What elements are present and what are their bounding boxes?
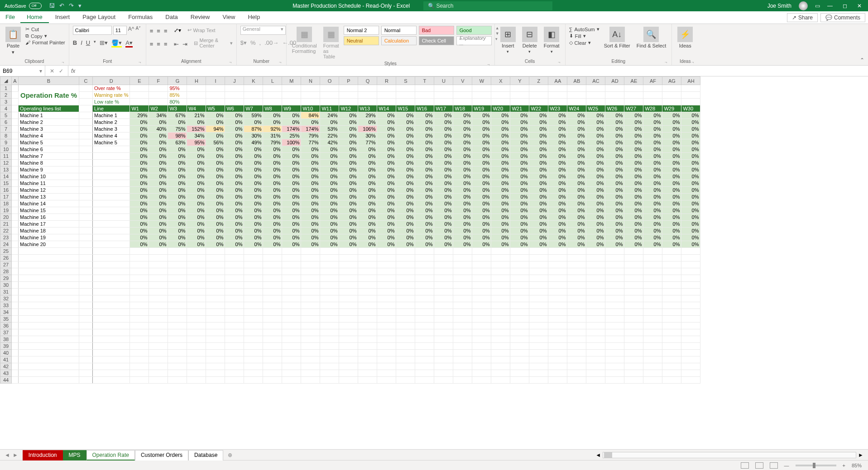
data-cell[interactable]: 0% [358, 228, 377, 234]
row-header[interactable]: 24 [0, 241, 12, 248]
row-header[interactable]: 29 [0, 275, 12, 282]
data-cell[interactable]: 0% [244, 173, 263, 180]
data-cell[interactable]: 0% [187, 153, 206, 160]
machine-list-item[interactable]: Machine 19 [19, 234, 79, 241]
data-cell[interactable]: 0% [149, 234, 168, 241]
data-cell[interactable]: 0% [453, 187, 472, 194]
col-header[interactable]: M [282, 77, 301, 85]
data-cell[interactable]: 0% [586, 228, 605, 234]
data-cell[interactable]: 0% [396, 200, 415, 207]
data-cell[interactable]: 0% [643, 214, 662, 221]
row-header[interactable]: 1 [0, 85, 12, 92]
data-cell[interactable]: 0% [472, 200, 491, 207]
data-cell[interactable]: 0% [453, 112, 472, 119]
data-cell[interactable]: 0% [529, 228, 548, 234]
data-cell[interactable]: 0% [187, 214, 206, 221]
data-cell[interactable]: 0% [510, 153, 529, 160]
machine-list-item[interactable]: Machine 6 [19, 146, 79, 153]
data-cell[interactable]: 0% [453, 234, 472, 241]
data-cell[interactable]: 0% [187, 119, 206, 126]
data-cell[interactable]: 0% [282, 146, 301, 153]
week-header[interactable]: W11 [320, 105, 339, 112]
data-cell[interactable]: 0% [225, 207, 244, 214]
data-cell[interactable]: 0% [567, 241, 586, 248]
data-cell[interactable]: 0% [529, 139, 548, 146]
data-cell[interactable]: 0% [415, 207, 434, 214]
row-header[interactable]: 10 [0, 146, 12, 153]
data-cell[interactable]: 0% [301, 153, 320, 160]
data-cell[interactable]: 0% [434, 166, 453, 173]
data-cell[interactable]: 0% [358, 146, 377, 153]
data-cell[interactable]: 0% [130, 146, 149, 153]
data-cell[interactable]: 0% [339, 166, 358, 173]
data-cell[interactable]: 0% [472, 234, 491, 241]
data-cell[interactable]: 0% [548, 166, 567, 173]
data-cell[interactable]: 0% [263, 241, 282, 248]
data-cell[interactable]: 0% [662, 194, 681, 200]
data-cell[interactable]: 0% [206, 119, 225, 126]
data-cell[interactable]: 0% [301, 214, 320, 221]
row-header[interactable]: 7 [0, 126, 12, 133]
data-cell[interactable]: 0% [187, 160, 206, 166]
data-cell[interactable]: 0% [510, 180, 529, 187]
data-cell[interactable]: 106% [358, 126, 377, 133]
data-cell[interactable]: 0% [263, 153, 282, 160]
col-header[interactable]: D [93, 77, 130, 85]
data-cell[interactable]: 0% [149, 153, 168, 160]
data-cell[interactable]: 22% [320, 133, 339, 139]
row-header[interactable]: 26 [0, 255, 12, 261]
data-cell[interactable]: 0% [662, 119, 681, 126]
data-cell[interactable]: 174% [282, 126, 301, 133]
toggle-off[interactable]: Off [29, 3, 42, 9]
data-cell[interactable]: 0% [548, 207, 567, 214]
row-header[interactable]: 6 [0, 119, 12, 126]
data-cell[interactable]: 0% [491, 173, 510, 180]
data-cell[interactable]: 0% [244, 228, 263, 234]
data-cell[interactable]: 0% [662, 200, 681, 207]
data-cell[interactable]: 0% [434, 133, 453, 139]
data-cell[interactable]: 0% [472, 153, 491, 160]
data-cell[interactable]: 0% [263, 200, 282, 207]
week-header[interactable]: W27 [624, 105, 643, 112]
data-cell[interactable]: 0% [225, 166, 244, 173]
data-cell[interactable]: 0% [415, 200, 434, 207]
data-cell[interactable]: 0% [434, 126, 453, 133]
data-cell[interactable]: 0% [624, 153, 643, 160]
data-cell[interactable]: 0% [149, 160, 168, 166]
data-cell[interactable]: 0% [282, 160, 301, 166]
week-header[interactable]: W23 [548, 105, 567, 112]
data-cell[interactable]: 59% [244, 112, 263, 119]
data-cell[interactable]: 0% [529, 133, 548, 139]
delete-button[interactable]: ⊟Delete▾ [520, 26, 539, 55]
data-cell[interactable]: 0% [282, 180, 301, 187]
data-cell[interactable]: 0% [567, 207, 586, 214]
data-cell[interactable]: 0% [244, 187, 263, 194]
data-cell[interactable]: 0% [453, 228, 472, 234]
data-cell[interactable]: 0% [149, 214, 168, 221]
data-cell[interactable]: 0% [510, 133, 529, 139]
share-button[interactable]: ↗Share [787, 13, 818, 22]
zoom-out-icon[interactable]: — [784, 463, 789, 468]
data-cell[interactable]: 0% [415, 173, 434, 180]
col-header[interactable]: B [19, 77, 79, 85]
line-header[interactable]: Line [93, 105, 130, 112]
data-cell[interactable]: 0% [472, 133, 491, 139]
data-cell[interactable]: 0% [187, 194, 206, 200]
col-header[interactable]: W [472, 77, 491, 85]
data-cell[interactable]: 0% [586, 200, 605, 207]
data-cell[interactable]: 0% [263, 180, 282, 187]
data-cell[interactable]: 0% [681, 153, 700, 160]
tab-data[interactable]: Data [159, 12, 184, 23]
data-cell[interactable]: 0% [605, 112, 624, 119]
col-header[interactable]: I [206, 77, 225, 85]
data-cell[interactable]: 0% [662, 221, 681, 228]
data-cell[interactable]: 0% [491, 200, 510, 207]
data-cell[interactable]: 92% [263, 126, 282, 133]
data-cell[interactable]: 0% [453, 126, 472, 133]
data-cell[interactable]: 0% [320, 160, 339, 166]
data-cell[interactable]: 0% [586, 126, 605, 133]
data-cell[interactable]: 0% [206, 112, 225, 119]
row-header[interactable]: 33 [0, 302, 12, 309]
data-cell[interactable]: 0% [358, 241, 377, 248]
data-cell[interactable]: 0% [130, 221, 149, 228]
